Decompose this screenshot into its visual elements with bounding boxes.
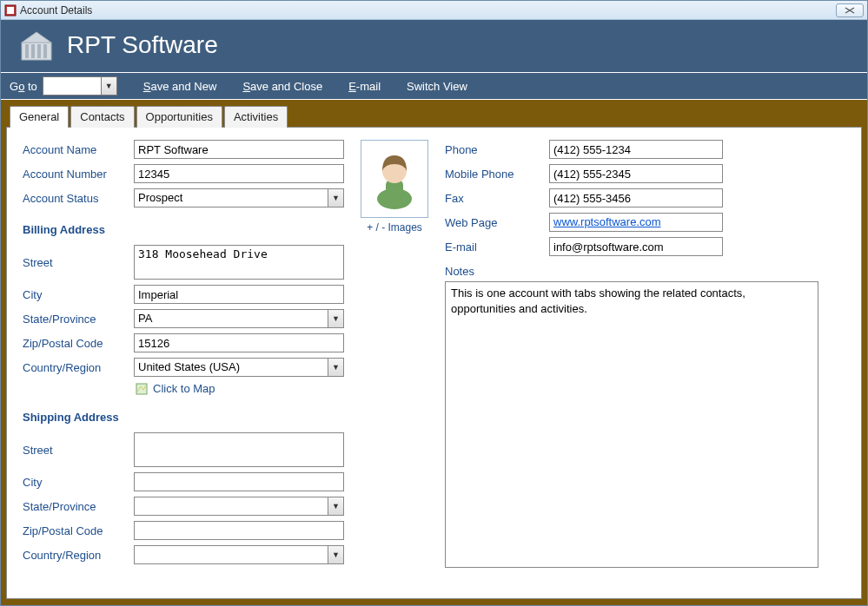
billing-country-combo[interactable]: United States (USA) ▼ — [134, 358, 344, 377]
avatar-image[interactable] — [361, 140, 428, 218]
webpage-input[interactable]: www.rptsoftware.com — [549, 213, 723, 232]
shipping-city-label: City — [23, 476, 134, 489]
brand-row: RPT Software — [1, 20, 867, 72]
shipping-street-input[interactable] — [134, 432, 344, 467]
webpage-label: Web Page — [445, 216, 549, 229]
left-column: Account Name Account Number Account Stat… — [23, 140, 344, 570]
svg-rect-5 — [31, 44, 35, 58]
billing-state-label: State/Province — [23, 313, 134, 326]
shipping-state-label: State/Province — [23, 500, 134, 513]
billing-city-input[interactable] — [134, 285, 344, 304]
map-icon — [136, 383, 148, 395]
account-status-combo[interactable]: Prospect ▼ — [134, 188, 344, 207]
tab-activities[interactable]: Activities — [224, 106, 288, 128]
chevron-down-icon[interactable]: ▼ — [328, 189, 343, 207]
svg-rect-1 — [7, 7, 14, 14]
goto-label: Go to — [10, 80, 37, 93]
account-name-input[interactable] — [134, 140, 344, 159]
brand-title: RPT Software — [67, 31, 218, 59]
billing-state-value: PA — [135, 310, 328, 327]
image-column: + / - Images — [360, 140, 429, 570]
switch-view-button[interactable]: Switch View — [407, 80, 467, 93]
mobile-input[interactable] — [549, 164, 723, 183]
shipping-zip-label: Zip/Postal Code — [23, 524, 134, 537]
account-number-input[interactable] — [134, 164, 344, 183]
billing-street-label: Street — [23, 256, 134, 269]
images-toggle-link[interactable]: + / - Images — [360, 221, 429, 234]
account-status-value: Prospect — [135, 189, 328, 207]
billing-country-value: United States (USA) — [135, 359, 328, 376]
billing-state-combo[interactable]: PA ▼ — [134, 309, 344, 328]
billing-zip-label: Zip/Postal Code — [23, 337, 134, 350]
tab-general[interactable]: General — [10, 106, 69, 128]
shipping-country-value — [135, 546, 328, 563]
click-to-map-link[interactable]: Click to Map — [136, 382, 344, 395]
account-name-label: Account Name — [23, 143, 134, 156]
save-and-new-button[interactable]: Save and New — [143, 80, 217, 93]
app-icon — [4, 4, 17, 16]
shipping-zip-input[interactable] — [134, 521, 344, 540]
shipping-address-header: Shipping Address — [23, 411, 344, 424]
fax-label: Fax — [445, 192, 549, 205]
email-button[interactable]: E-mail — [348, 80, 381, 93]
svg-rect-7 — [43, 44, 47, 58]
toolbar: Go to ▼ Save and New Save and Close E-ma… — [1, 72, 867, 100]
billing-zip-input[interactable] — [134, 333, 344, 352]
tab-body: Account Name Account Number Account Stat… — [6, 127, 862, 599]
svg-rect-6 — [37, 44, 41, 58]
chevron-down-icon[interactable]: ▼ — [101, 77, 116, 95]
notes-label: Notes — [445, 265, 845, 278]
billing-address-header: Billing Address — [23, 223, 344, 236]
chevron-down-icon[interactable]: ▼ — [328, 359, 343, 376]
account-status-label: Account Status — [23, 192, 134, 205]
header: RPT Software Go to ▼ Save and New Save a… — [1, 20, 867, 100]
billing-city-label: City — [23, 288, 134, 301]
chevron-down-icon[interactable]: ▼ — [328, 497, 343, 515]
email-label: E-mail — [445, 240, 549, 254]
billing-country-label: Country/Region — [23, 361, 134, 374]
shipping-country-combo[interactable]: ▼ — [134, 545, 344, 564]
close-button[interactable] — [836, 3, 864, 17]
window: Account Details RPT Software Go to — [0, 0, 868, 606]
svg-rect-4 — [25, 44, 29, 58]
fax-input[interactable] — [549, 188, 723, 207]
account-number-label: Account Number — [23, 168, 134, 181]
billing-street-input[interactable]: 318 Moosehead Drive — [134, 245, 344, 280]
window-title: Account Details — [20, 4, 836, 16]
tab-opportunities[interactable]: Opportunities — [136, 106, 222, 128]
phone-input[interactable] — [549, 140, 723, 159]
titlebar: Account Details — [1, 1, 867, 20]
svg-marker-3 — [22, 32, 51, 43]
chevron-down-icon[interactable]: ▼ — [328, 310, 343, 327]
email-input[interactable] — [549, 237, 723, 256]
save-and-close-button[interactable]: Save and Close — [242, 80, 322, 93]
shipping-street-label: Street — [23, 444, 134, 457]
click-to-map-label: Click to Map — [153, 382, 215, 395]
building-icon — [18, 27, 55, 63]
tab-strip: General Contacts Opportunities Activitie… — [6, 106, 862, 128]
shipping-city-input[interactable] — [134, 472, 344, 491]
content-frame: General Contacts Opportunities Activitie… — [1, 100, 867, 605]
notes-textarea[interactable]: This is one account with tabs showing th… — [445, 281, 818, 568]
shipping-state-value — [135, 497, 328, 515]
shipping-state-combo[interactable]: ▼ — [134, 497, 344, 516]
phone-label: Phone — [445, 143, 549, 156]
shipping-country-label: Country/Region — [23, 549, 134, 562]
svg-rect-8 — [136, 384, 147, 394]
tab-contacts[interactable]: Contacts — [70, 106, 134, 128]
goto-combo[interactable]: ▼ — [43, 76, 117, 96]
mobile-label: Mobile Phone — [445, 168, 549, 181]
chevron-down-icon[interactable]: ▼ — [328, 546, 343, 563]
goto-group: Go to ▼ — [10, 76, 117, 96]
right-column: Phone Mobile Phone Fax Web Page www.rpts… — [445, 140, 845, 570]
